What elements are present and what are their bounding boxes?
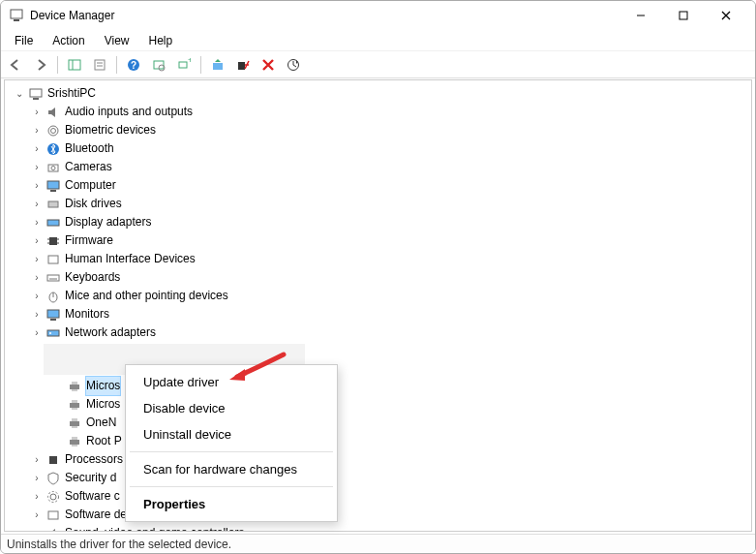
chevron-right-icon[interactable]: ›	[30, 106, 44, 119]
chevron-right-icon[interactable]: ›	[30, 290, 44, 303]
toolbar-separator	[200, 56, 201, 74]
chevron-right-icon[interactable]: ›	[30, 142, 44, 156]
printer-icon	[67, 416, 82, 431]
forward-button[interactable]	[30, 54, 51, 76]
monitor-icon	[45, 178, 61, 194]
close-button[interactable]	[705, 1, 747, 30]
svg-rect-8	[95, 60, 105, 70]
chevron-right-icon[interactable]: ›	[30, 198, 44, 211]
menu-view[interactable]: View	[95, 32, 139, 49]
tree-label: Security d	[65, 469, 116, 487]
tree-category-keyboards[interactable]: › Keyboards	[11, 268, 751, 287]
chevron-right-icon[interactable]: ›	[30, 253, 44, 266]
tree-category-biometric[interactable]: › Biometric devices	[11, 121, 751, 139]
scan-changes-button[interactable]	[283, 54, 304, 76]
mouse-icon	[45, 289, 61, 304]
minimize-button[interactable]	[620, 1, 662, 30]
chevron-right-icon[interactable]: ›	[30, 472, 44, 485]
tree-label: Computer	[65, 176, 116, 195]
tree-category-hid[interactable]: › Human Interface Devices	[11, 250, 751, 268]
speaker-icon	[45, 526, 61, 533]
chevron-down-icon[interactable]: ⌄	[13, 87, 26, 101]
context-update-driver[interactable]: Update driver	[126, 369, 337, 395]
chevron-right-icon[interactable]: ›	[30, 216, 44, 230]
tree-category-computer[interactable]: › Computer	[11, 176, 751, 195]
printer-icon	[67, 397, 82, 413]
uninstall-device-button[interactable]	[257, 54, 279, 76]
tree-category-software-components[interactable]: › Software c	[11, 487, 751, 506]
tree-category-display[interactable]: › Display adapters	[11, 213, 751, 231]
tree-device-printer-selected[interactable]: Micros	[11, 377, 751, 395]
software-icon	[45, 508, 61, 523]
maximize-button[interactable]	[662, 1, 705, 30]
menu-action[interactable]: Action	[43, 32, 94, 49]
svg-rect-0	[11, 10, 22, 18]
svg-rect-31	[49, 237, 57, 245]
tree-label: Biometric devices	[65, 121, 156, 139]
disable-device-button[interactable]	[232, 54, 254, 76]
tree-category-audio[interactable]: › Audio inputs and outputs	[11, 103, 751, 121]
cpu-icon	[45, 452, 61, 468]
window-title: Device Manager	[30, 9, 620, 22]
toolbar: ? +	[1, 51, 755, 78]
svg-rect-17	[213, 63, 223, 70]
chevron-right-icon[interactable]: ›	[30, 161, 44, 174]
svg-rect-29	[48, 201, 58, 207]
tree-category-mice[interactable]: › Mice and other pointing devices	[11, 287, 751, 305]
chevron-right-icon[interactable]: ›	[30, 234, 44, 248]
svg-rect-58	[49, 456, 57, 464]
help-button[interactable]: ?	[123, 54, 144, 76]
tree-device-printer[interactable]: Root P	[11, 432, 751, 450]
tree-root-label: SrishtiPC	[47, 84, 96, 103]
chevron-right-icon[interactable]: ›	[30, 508, 44, 522]
properties-button[interactable]	[89, 54, 110, 76]
tree-label: Network adapters	[65, 323, 156, 342]
scan-hardware-button[interactable]	[148, 54, 169, 76]
chevron-right-icon[interactable]: ›	[30, 271, 44, 285]
chevron-right-icon[interactable]: ›	[30, 490, 44, 504]
chevron-right-icon[interactable]: ›	[30, 453, 44, 467]
context-uninstall-device[interactable]: Uninstall device	[126, 421, 337, 447]
tree-category-cameras[interactable]: › Cameras	[11, 158, 751, 176]
chevron-right-icon[interactable]: ›	[30, 179, 44, 193]
context-disable-device[interactable]: Disable device	[126, 395, 337, 421]
tree-category-software-devices[interactable]: › Software de	[11, 506, 751, 524]
tree-label: Mice and other pointing devices	[65, 287, 228, 305]
chevron-right-icon[interactable]: ›	[30, 308, 44, 322]
context-scan-changes[interactable]: Scan for hardware changes	[126, 456, 337, 482]
svg-rect-47	[72, 382, 77, 385]
chevron-right-icon[interactable]: ›	[30, 326, 44, 340]
tree-category-security[interactable]: › Security d	[11, 469, 751, 487]
svg-rect-50	[72, 400, 77, 403]
tree-label: Monitors	[65, 305, 109, 323]
update-driver-button[interactable]	[207, 54, 228, 76]
tree-category-bluetooth[interactable]: › Bluetooth	[11, 139, 751, 158]
chevron-right-icon[interactable]: ›	[30, 527, 44, 533]
svg-rect-28	[50, 190, 56, 192]
svg-rect-55	[70, 440, 79, 445]
svg-rect-1	[14, 19, 19, 21]
context-properties[interactable]: Properties	[126, 491, 337, 517]
camera-icon	[45, 160, 61, 175]
disk-icon	[45, 197, 61, 212]
menu-file[interactable]: File	[5, 32, 43, 49]
add-legacy-hardware-button[interactable]: +	[173, 54, 195, 76]
tree-device-printer[interactable]: OneN	[11, 414, 751, 432]
menu-help[interactable]: Help	[139, 32, 183, 49]
tree-category-sound[interactable]: › Sound, video and game controllers	[11, 524, 751, 532]
tree-label: Keyboards	[65, 268, 120, 287]
tree-category-network[interactable]: › Network adapters	[11, 323, 751, 342]
tree-category-processors[interactable]: › Processors	[11, 450, 751, 469]
svg-point-26	[51, 166, 55, 169]
tree-category-firmware[interactable]: › Firmware	[11, 231, 751, 250]
back-button[interactable]	[5, 54, 26, 76]
svg-rect-27	[47, 181, 59, 189]
tree-device-printer[interactable]: Micros	[11, 395, 751, 414]
svg-text:?: ?	[131, 60, 136, 71]
show-hide-console-button[interactable]	[64, 54, 85, 76]
tree-root[interactable]: ⌄ SrishtiPC	[11, 84, 751, 103]
printer-icon	[67, 434, 82, 449]
tree-category-monitors[interactable]: › Monitors	[11, 305, 751, 323]
tree-category-disk[interactable]: › Disk drives	[11, 195, 751, 213]
chevron-right-icon[interactable]: ›	[30, 124, 44, 138]
